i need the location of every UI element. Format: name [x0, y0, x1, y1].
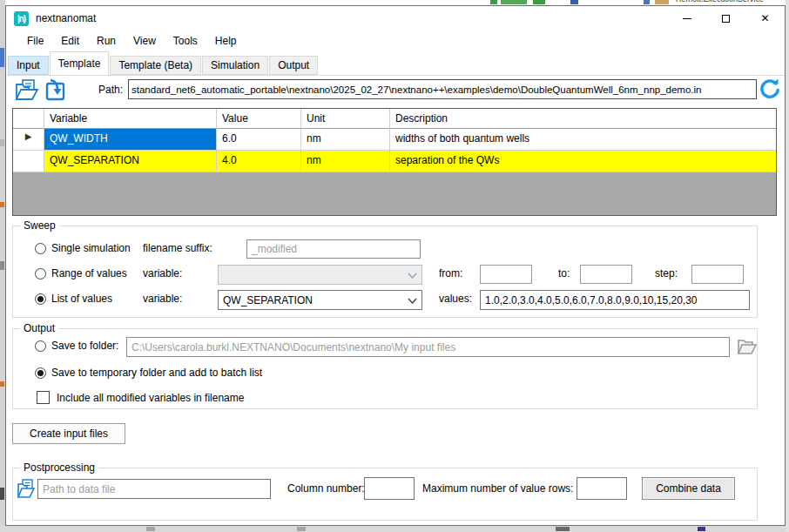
background-fragment: [490, 0, 497, 4]
chevron-down-icon: [408, 294, 417, 306]
open-data-file-icon[interactable]: [17, 478, 36, 502]
create-input-files-label: Create input files: [30, 428, 108, 440]
import-template-icon[interactable]: [43, 78, 67, 104]
row-selector-cell[interactable]: [13, 151, 44, 172]
table-row[interactable]: QW_SEPARATION 4.0 nm separation of the Q…: [13, 151, 776, 172]
radio-range-of-values-label: Range of values: [51, 267, 127, 279]
radio-save-to-folder[interactable]: [35, 340, 46, 352]
save-folder-path-input[interactable]: [126, 337, 730, 357]
cell-variable[interactable]: QW_WIDTH: [44, 129, 217, 151]
column-header-variable[interactable]: Variable: [44, 109, 217, 129]
menu-run[interactable]: Run: [88, 30, 125, 51]
current-row-marker[interactable]: ▶: [13, 129, 44, 151]
step-input[interactable]: [691, 265, 744, 284]
range-variable-label: variable:: [143, 267, 182, 279]
max-value-rows-label: Maximum number of value rows:: [422, 482, 573, 495]
tab-strip: Input Template Template (Beta) Simulatio…: [6, 51, 785, 75]
column-number-input[interactable]: [364, 477, 415, 500]
create-input-files-button[interactable]: Create input files: [12, 423, 125, 444]
app-logo-icon: |n): [14, 11, 29, 26]
cell-value[interactable]: 4.0: [217, 151, 301, 172]
tab-template-beta[interactable]: Template (Beta): [110, 56, 201, 75]
menu-edit[interactable]: Edit: [52, 30, 88, 51]
menu-tools[interactable]: Tools: [165, 30, 206, 51]
cell-variable[interactable]: QW_SEPARATION: [44, 151, 217, 172]
menu-help[interactable]: Help: [206, 30, 246, 51]
title-bar[interactable]: |n) nextnanomat ✕: [6, 6, 785, 30]
background-fragment: [698, 527, 705, 531]
desktop-background-right: [786, 0, 789, 532]
list-variable-label: variable:: [143, 293, 182, 305]
tab-output[interactable]: Output: [269, 56, 318, 75]
tab-template[interactable]: Template: [50, 51, 110, 75]
range-variable-combobox[interactable]: [218, 265, 422, 285]
menu-file[interactable]: File: [18, 30, 52, 51]
cell-value[interactable]: 6.0: [217, 129, 301, 151]
background-fragment: [0, 381, 4, 387]
column-header-value[interactable]: Value: [217, 109, 301, 129]
background-fragment: [0, 202, 4, 207]
cell-description[interactable]: widths of both quantum wells: [390, 129, 776, 151]
cell-unit[interactable]: nm: [301, 129, 390, 151]
list-variable-combobox[interactable]: QW_SEPARATION: [218, 290, 422, 310]
cell-unit[interactable]: nm: [301, 151, 390, 172]
tab-simulation[interactable]: Simulation: [202, 56, 268, 75]
desktop-background-bottom: [0, 526, 789, 532]
variables-table: Variable Value Unit Description ▶ QW_WID…: [12, 108, 777, 216]
screen: { "desktop": { "top_fragment_text": "Rem…: [0, 0, 789, 532]
background-fragment: [0, 139, 4, 146]
background-fragment: [0, 488, 4, 500]
save-to-folder-label: Save to folder:: [51, 340, 118, 352]
combine-data-button[interactable]: Combine data: [642, 477, 735, 500]
row-selector-header: [13, 109, 44, 129]
postprocessing-group-title: Postprocessing: [20, 461, 98, 474]
close-icon: ✕: [760, 13, 769, 24]
minimize-icon: [683, 18, 691, 19]
sweep-group-title: Sweep: [20, 219, 59, 232]
values-label: values:: [439, 293, 472, 305]
maximize-icon: [722, 15, 730, 23]
background-fragment: [556, 527, 570, 531]
background-fragment: [533, 0, 545, 4]
combine-data-label: Combine data: [656, 482, 721, 495]
menu-bar: File Edit Run View Tools Help: [6, 30, 785, 51]
from-input[interactable]: [480, 265, 532, 284]
output-group-title: Output: [20, 322, 58, 334]
radio-range-of-values[interactable]: [35, 268, 46, 279]
to-input[interactable]: [580, 265, 632, 284]
background-fragment: [297, 527, 306, 531]
radio-single-simulation-label: Single simulation: [51, 242, 131, 254]
maximize-button[interactable]: [706, 6, 745, 30]
filename-suffix-input[interactable]: [246, 239, 421, 259]
radio-single-simulation[interactable]: [35, 243, 46, 254]
path-input[interactable]: [128, 79, 757, 99]
column-header-description[interactable]: Description: [390, 109, 776, 129]
include-variables-checkbox[interactable]: [37, 391, 50, 404]
background-fragment: [644, 0, 650, 4]
browse-folder-icon[interactable]: [736, 337, 758, 359]
app-window: |n) nextnanomat ✕ File Edit Run View Too…: [5, 5, 786, 526]
data-file-path-input[interactable]: [37, 479, 271, 499]
background-fragment: [0, 261, 4, 270]
window-controls: ✕: [667, 6, 785, 30]
max-value-rows-input[interactable]: [577, 477, 627, 500]
open-file-icon[interactable]: [14, 78, 40, 104]
window-title: nextnanomat: [36, 12, 96, 24]
radio-save-temp-folder[interactable]: [35, 367, 46, 379]
tab-input[interactable]: Input: [8, 56, 49, 75]
close-button[interactable]: ✕: [745, 6, 785, 30]
radio-list-of-values[interactable]: [35, 293, 46, 305]
table-header-row: Variable Value Unit Description: [13, 109, 776, 129]
column-header-unit[interactable]: Unit: [301, 109, 390, 129]
step-label: step:: [655, 267, 678, 279]
chevron-down-icon: [408, 269, 417, 281]
refresh-icon[interactable]: [759, 78, 781, 104]
from-label: from:: [439, 267, 462, 279]
background-fragment: [146, 527, 155, 531]
list-variable-value: QW_SEPARATION: [223, 294, 313, 306]
menu-view[interactable]: View: [125, 30, 165, 51]
cell-description[interactable]: separation of the QWs: [390, 151, 776, 172]
values-input[interactable]: [480, 290, 750, 310]
minimize-button[interactable]: [667, 6, 706, 30]
table-row[interactable]: ▶ QW_WIDTH 6.0 nm widths of both quantum…: [13, 129, 776, 151]
